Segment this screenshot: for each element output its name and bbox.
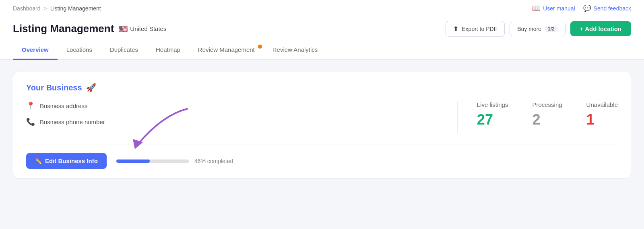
user-manual-link[interactable]: 📖 User manual	[532, 4, 575, 12]
edit-business-info-button[interactable]: ✏️ Edit Business Info	[26, 153, 107, 169]
processing-stat: Processing 2	[532, 101, 562, 128]
phone-icon: 📞	[26, 117, 35, 126]
processing-label: Processing	[532, 101, 562, 108]
user-manual-label: User manual	[543, 5, 575, 12]
card-footer: ✏️ Edit Business Info 46% completed	[26, 145, 618, 169]
unavailable-value: 1	[586, 111, 618, 128]
progress-area: 46% completed	[116, 158, 618, 164]
add-location-button[interactable]: + Add location	[570, 21, 631, 36]
address-row: 📍 Business address	[26, 101, 441, 110]
buy-more-button[interactable]: Buy more 1/2	[510, 22, 566, 36]
tab-review-management[interactable]: Review Management	[189, 41, 264, 60]
feedback-icon: 💬	[583, 4, 591, 12]
nav-tabs: Overview Locations Duplicates Heatmap Re…	[0, 41, 644, 60]
top-bar: Dashboard > Listing Management 📖 User ma…	[0, 0, 644, 15]
card-right: Live listings 27 Processing 2 Unavailabl…	[458, 101, 618, 128]
page-title: Listing Management	[13, 22, 114, 35]
card-left: 📍 Business address 📞 Business phone numb…	[26, 101, 458, 133]
progress-label: 46% completed	[194, 158, 233, 164]
tab-duplicates[interactable]: Duplicates	[101, 41, 147, 60]
breadcrumb-separator: >	[44, 5, 47, 12]
top-actions: 📖 User manual 💬 Send feedback	[532, 4, 631, 12]
business-card: Your Business 🚀 📍 Business address 📞 Bus…	[13, 71, 631, 179]
country-indicator: 🇺🇸 United States	[119, 25, 166, 33]
unavailable-label: Unavailable	[586, 101, 618, 108]
country-label: United States	[130, 25, 166, 32]
breadcrumb-current: Listing Management	[50, 5, 101, 12]
edit-button-label: Edit Business Info	[45, 157, 98, 164]
send-feedback-label: Send feedback	[594, 5, 631, 12]
add-location-label: + Add location	[580, 25, 621, 32]
notification-dot	[258, 45, 262, 49]
location-icon: 📍	[26, 101, 35, 110]
phone-row: 📞 Business phone number	[26, 117, 441, 126]
unavailable-stat: Unavailable 1	[586, 101, 618, 128]
export-pdf-button[interactable]: ⬆ Export to PDF	[446, 21, 505, 37]
phone-label: Business phone number	[40, 119, 105, 125]
tab-overview[interactable]: Overview	[13, 41, 58, 60]
progress-bar-fill	[116, 159, 150, 163]
live-listings-label: Live listings	[477, 101, 508, 108]
page-title-area: Listing Management 🇺🇸 United States	[13, 22, 166, 35]
progress-bar-background	[116, 159, 189, 163]
breadcrumb: Dashboard > Listing Management	[13, 5, 101, 12]
header-row: Listing Management 🇺🇸 United States ⬆ Ex…	[0, 15, 644, 41]
live-listings-stat: Live listings 27	[477, 101, 508, 128]
card-body: 📍 Business address 📞 Business phone numb…	[26, 101, 618, 133]
buy-more-badge: 1/2	[545, 26, 558, 32]
header-buttons: ⬆ Export to PDF Buy more 1/2 + Add locat…	[446, 21, 631, 37]
book-icon: 📖	[532, 4, 541, 12]
pencil-icon: ✏️	[35, 158, 42, 164]
upload-icon: ⬆	[453, 25, 458, 33]
main-content: Your Business 🚀 📍 Business address 📞 Bus…	[0, 60, 644, 190]
card-title: Your Business 🚀	[26, 83, 618, 92]
address-label: Business address	[40, 102, 87, 109]
send-feedback-link[interactable]: 💬 Send feedback	[583, 4, 631, 12]
tab-heatmap[interactable]: Heatmap	[147, 41, 189, 60]
processing-value: 2	[532, 111, 562, 128]
breadcrumb-home[interactable]: Dashboard	[13, 5, 41, 12]
tab-review-analytics[interactable]: Review Analytics	[264, 41, 327, 60]
tab-locations[interactable]: Locations	[58, 41, 101, 60]
live-listings-value: 27	[477, 111, 508, 128]
export-label: Export to PDF	[462, 26, 497, 32]
buy-more-label: Buy more	[517, 26, 541, 32]
flag-icon: 🇺🇸	[119, 25, 128, 33]
svg-marker-0	[133, 139, 143, 149]
